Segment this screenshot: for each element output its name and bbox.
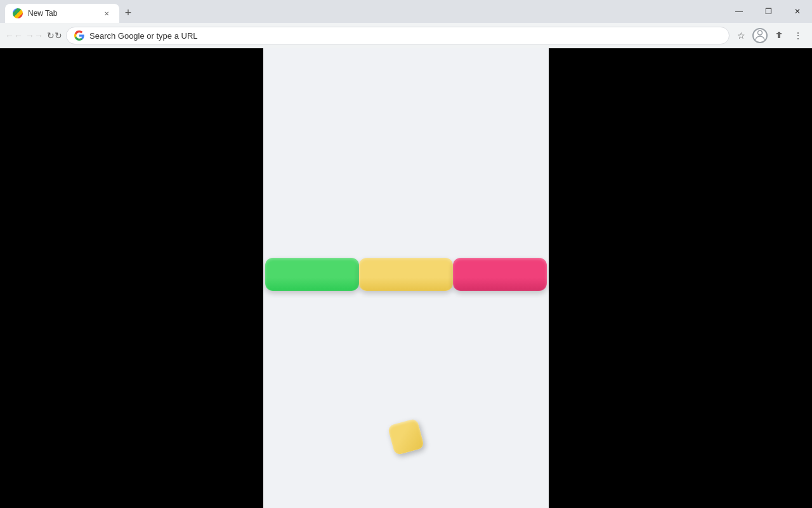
close-button[interactable]: ✕ [783, 0, 812, 23]
tab-strip: New Tab ✕ + [0, 0, 137, 23]
game-area [263, 48, 549, 508]
tab-label: New Tab [28, 9, 96, 18]
tab-favicon [13, 8, 23, 18]
minimize-button[interactable]: — [724, 0, 754, 23]
extensions-button[interactable] [770, 27, 788, 44]
profile-button[interactable] [751, 27, 769, 44]
window-controls: — ❐ ✕ [724, 0, 812, 23]
tab-close-button[interactable]: ✕ [102, 8, 112, 18]
game-ball [388, 418, 425, 456]
paddle-row [263, 258, 549, 291]
title-bar: New Tab ✕ + — ❐ ✕ [0, 0, 812, 23]
address-text: Search Google or type a URL [89, 31, 721, 41]
reload-button[interactable]: ↻ [46, 27, 63, 44]
toolbar-actions: ☆ ⋮ [732, 27, 807, 44]
google-icon [74, 30, 84, 41]
active-tab[interactable]: New Tab ✕ [5, 4, 119, 23]
toolbar: ← → ↻ Search Google or type a URL ☆ [0, 23, 812, 48]
profile-avatar [752, 28, 768, 43]
back-button[interactable]: ← [5, 27, 23, 44]
black-left-panel [0, 48, 263, 508]
forward-button[interactable]: → [25, 27, 43, 44]
extensions-icon [774, 30, 784, 41]
green-paddle [265, 258, 359, 291]
content-area [0, 48, 812, 508]
black-right-panel [549, 48, 812, 508]
new-tab-button[interactable]: + [119, 4, 137, 22]
chrome-window: New Tab ✕ + — ❐ ✕ ← → ↻ Search Google or… [0, 0, 812, 508]
pink-paddle [453, 258, 547, 291]
address-bar[interactable]: Search Google or type a URL [66, 27, 730, 44]
maximize-button[interactable]: ❐ [754, 0, 783, 23]
yellow-paddle [359, 258, 453, 291]
bookmark-button[interactable]: ☆ [732, 27, 750, 44]
chrome-menu-button[interactable]: ⋮ [789, 27, 807, 44]
